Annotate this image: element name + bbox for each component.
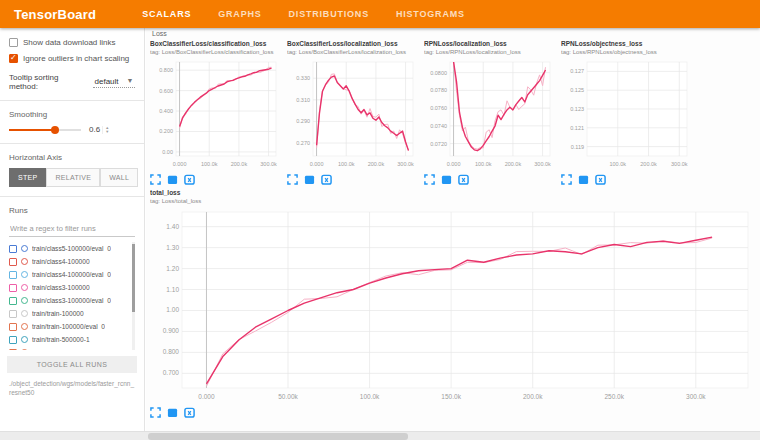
- svg-text:200.0k: 200.0k: [523, 393, 543, 400]
- run-color-icon[interactable]: [21, 258, 28, 265]
- run-color-icon[interactable]: [21, 349, 28, 350]
- horizontal-scrollbar[interactable]: [0, 431, 760, 440]
- svg-text:0.000: 0.000: [198, 393, 215, 400]
- run-name: train/class4-100000/eval_0: [32, 271, 111, 278]
- run-row: train/train-500000-1: [9, 333, 129, 346]
- divider: [0, 100, 144, 101]
- svg-text:1.30: 1.30: [166, 244, 179, 251]
- expand-icon[interactable]: [561, 174, 572, 185]
- smoothing-slider[interactable]: [9, 129, 81, 131]
- run-name: train/train-500000-1/eval_0: [32, 349, 111, 350]
- run-visibility-checkbox[interactable]: [9, 323, 17, 331]
- svg-text:0.900: 0.900: [163, 327, 180, 334]
- horizontal-axis-buttons: STEP RELATIVE WALL: [9, 168, 135, 187]
- chart-toolbar: [150, 407, 760, 418]
- axis-relative-button[interactable]: RELATIVE: [46, 168, 100, 187]
- run-list-scrollbar[interactable]: [132, 242, 135, 350]
- svg-text:0.127: 0.127: [570, 68, 584, 74]
- scrollbar-thumb[interactable]: [132, 244, 135, 312]
- fit-domain-icon[interactable]: [458, 174, 469, 185]
- axis-wall-button[interactable]: WALL: [100, 168, 138, 187]
- svg-text:200.0k: 200.0k: [640, 161, 657, 167]
- svg-text:0.400: 0.400: [159, 108, 173, 114]
- run-color-icon[interactable]: [21, 297, 28, 304]
- svg-text:0.290: 0.290: [296, 118, 310, 124]
- expand-icon[interactable]: [150, 407, 161, 418]
- run-color-icon[interactable]: [21, 323, 28, 330]
- tooltip-sort-label: Tooltip sorting method:: [9, 73, 89, 91]
- small-charts-row: BoxClassifierLoss/classification_losstag…: [150, 40, 760, 185]
- scalar-chart-card: BoxClassifierLoss/localization_losstag: …: [287, 40, 418, 185]
- expand-icon[interactable]: [424, 174, 435, 185]
- run-visibility-checkbox[interactable]: [9, 284, 17, 292]
- svg-text:300.0k: 300.0k: [671, 161, 688, 167]
- smoothing-value[interactable]: 0.6: [89, 125, 100, 134]
- smoothing-label: Smoothing: [9, 110, 135, 119]
- svg-text:0.000: 0.000: [447, 161, 461, 167]
- run-name: train/class4-100000: [32, 258, 90, 265]
- runs-label: Runs: [9, 206, 135, 215]
- axis-step-button[interactable]: STEP: [9, 168, 46, 187]
- tab-graphs[interactable]: GRAPHS: [218, 9, 261, 19]
- run-visibility-checkbox[interactable]: [9, 297, 17, 305]
- tab-distributions[interactable]: DISTRIBUTIONS: [289, 9, 369, 19]
- tab-histograms[interactable]: HISTOGRAMS: [396, 9, 465, 19]
- smoothing-control: 0.6 ▲▼: [9, 125, 135, 134]
- chart-plot[interactable]: 0.7000.8000.9001.001.101.201.301.400.000…: [150, 206, 758, 402]
- fit-domain-icon[interactable]: [321, 174, 332, 185]
- chart-toolbar: [150, 174, 281, 185]
- scrollbar-thumb[interactable]: [148, 433, 408, 440]
- run-color-icon[interactable]: [21, 271, 28, 278]
- chart-tag: tag: Loss/RPNLoss/localization_loss: [424, 48, 555, 56]
- stepper-icon[interactable]: ▲▼: [102, 126, 109, 134]
- run-name: train/train-100000/eval_0: [32, 323, 105, 330]
- chart-tag: tag: Loss/BoxClassifierLoss/classificati…: [150, 48, 281, 56]
- full-size-icon[interactable]: [304, 174, 315, 185]
- full-size-icon[interactable]: [441, 174, 452, 185]
- run-visibility-checkbox[interactable]: [9, 349, 17, 351]
- svg-text:0.800: 0.800: [163, 348, 180, 355]
- run-visibility-checkbox[interactable]: [9, 258, 17, 266]
- chart-plot[interactable]: 0.1190.1210.1230.1250.127100.0k200.0k300…: [561, 57, 692, 169]
- run-visibility-checkbox[interactable]: [9, 336, 17, 344]
- run-visibility-checkbox[interactable]: [9, 245, 17, 253]
- expand-icon[interactable]: [150, 174, 161, 185]
- tab-scalars[interactable]: SCALARS: [142, 9, 191, 19]
- chart-plot[interactable]: 0.000.2000.4000.6000.8000.000100.0k200.0…: [150, 57, 281, 169]
- run-row: train/train-500000-1/eval_0: [9, 346, 129, 350]
- fit-domain-icon[interactable]: [595, 174, 606, 185]
- svg-text:100.0k: 100.0k: [475, 161, 492, 167]
- fit-domain-icon[interactable]: [184, 174, 195, 185]
- run-color-icon[interactable]: [21, 336, 28, 343]
- svg-text:1.40: 1.40: [166, 223, 179, 230]
- divider: [0, 196, 144, 197]
- ignore-outliers-checkbox[interactable]: [9, 54, 18, 63]
- chart-title: RPNLoss/localization_loss: [424, 40, 555, 48]
- svg-text:300.0k: 300.0k: [686, 393, 706, 400]
- full-size-icon[interactable]: [167, 407, 178, 418]
- run-visibility-checkbox[interactable]: [9, 310, 17, 318]
- toggle-all-runs-button[interactable]: TOGGLE ALL RUNS: [7, 356, 137, 373]
- show-download-links-checkbox[interactable]: [9, 38, 18, 47]
- scalar-chart-card: RPNLoss/localization_losstag: Loss/RPNLo…: [424, 40, 555, 185]
- category-header: Loss: [152, 30, 760, 37]
- svg-text:0.125: 0.125: [570, 87, 584, 93]
- run-color-icon[interactable]: [21, 310, 28, 317]
- chart-plot[interactable]: 0.07200.07400.07600.07800.08000.000100.0…: [424, 57, 555, 169]
- run-color-icon[interactable]: [21, 284, 28, 291]
- chart-plot[interactable]: 0.2700.2900.3100.3300.000100.0k200.0k300…: [287, 57, 418, 169]
- tooltip-sort-select[interactable]: default ▼: [93, 76, 135, 88]
- expand-icon[interactable]: [287, 174, 298, 185]
- full-size-icon[interactable]: [167, 174, 178, 185]
- chart-title: total_loss: [150, 189, 760, 197]
- slider-fill: [9, 129, 52, 131]
- fit-domain-icon[interactable]: [184, 407, 195, 418]
- run-visibility-checkbox[interactable]: [9, 271, 17, 279]
- full-size-icon[interactable]: [578, 174, 589, 185]
- svg-text:0.0740: 0.0740: [430, 123, 447, 129]
- run-filter-input[interactable]: [9, 221, 135, 237]
- chevron-down-icon: ▼: [127, 77, 134, 86]
- slider-thumb-icon[interactable]: [51, 126, 59, 134]
- run-color-icon[interactable]: [21, 245, 28, 252]
- svg-text:300.0k: 300.0k: [534, 161, 551, 167]
